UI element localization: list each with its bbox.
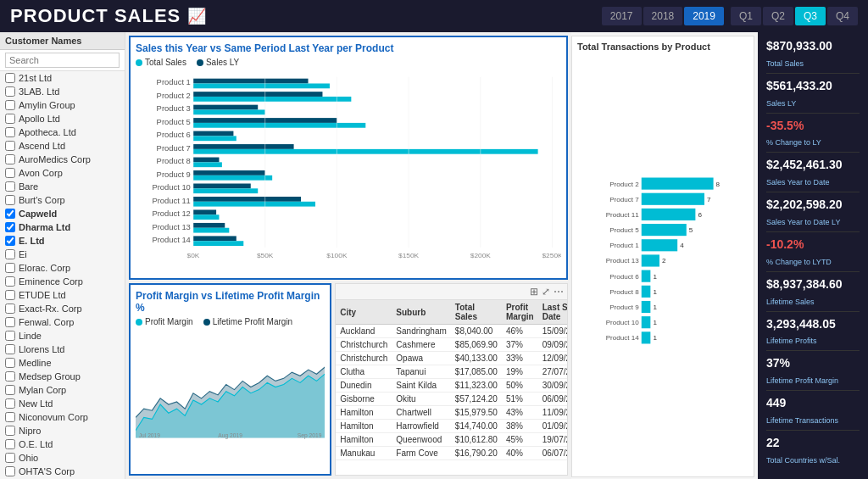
sidebar-item[interactable]: Burt's Corp bbox=[0, 193, 125, 207]
sidebar-item[interactable]: Nipro bbox=[0, 424, 125, 437]
sidebar-item[interactable]: Niconovum Corp bbox=[0, 410, 125, 424]
customer-checkbox[interactable] bbox=[5, 195, 15, 205]
table-row[interactable]: GisborneOkitu$57,124.2051%06/09/2019 bbox=[336, 393, 567, 406]
sidebar-item[interactable]: Medline bbox=[0, 356, 125, 370]
customer-checkbox[interactable] bbox=[5, 398, 15, 409]
year-btn-2019[interactable]: 2019 bbox=[684, 7, 724, 25]
sidebar-item[interactable]: Ascend Ltd bbox=[0, 139, 125, 153]
customer-checkbox[interactable] bbox=[5, 209, 15, 219]
sidebar-item[interactable]: Medsep Group bbox=[0, 370, 125, 383]
table-cell-profit_margin: 46% bbox=[502, 325, 538, 338]
svg-text:Aug 2019: Aug 2019 bbox=[218, 432, 242, 439]
svg-text:Product 7: Product 7 bbox=[157, 144, 191, 153]
customer-checkbox[interactable] bbox=[5, 412, 15, 422]
sidebar-item[interactable]: O.E. Ltd bbox=[0, 437, 125, 451]
year-btn-2017[interactable]: 2017 bbox=[602, 7, 642, 25]
expand-icon[interactable]: ⤢ bbox=[542, 286, 550, 298]
customer-checkbox[interactable] bbox=[5, 304, 15, 314]
table-row[interactable]: HamiltonHarrowfield$14,740.0038%01/09/20… bbox=[336, 420, 567, 433]
table-row[interactable]: AucklandSandringham$8,040.0046%15/09/201… bbox=[336, 325, 567, 338]
svg-text:Product 13: Product 13 bbox=[152, 223, 190, 231]
quarter-btn-Q2[interactable]: Q2 bbox=[763, 7, 793, 25]
customer-checkbox[interactable] bbox=[5, 100, 15, 110]
sidebar-item[interactable]: Ei bbox=[0, 248, 125, 261]
svg-text:Sep 2019: Sep 2019 bbox=[298, 432, 322, 439]
sidebar-item[interactable]: Mylan Corp bbox=[0, 383, 125, 397]
customer-checkbox[interactable] bbox=[5, 114, 15, 124]
sidebar-item[interactable]: Apotheca. Ltd bbox=[0, 125, 125, 139]
sidebar-item[interactable]: Bare bbox=[0, 180, 125, 193]
sidebar-item[interactable]: Avon Corp bbox=[0, 166, 125, 180]
customer-checkbox[interactable] bbox=[5, 426, 15, 436]
table-row[interactable]: CluthaTapanui$17,085.0019%27/07/2019 bbox=[336, 365, 567, 379]
sidebar-item[interactable]: New Ltd bbox=[0, 397, 125, 410]
sidebar-item[interactable]: ETUDE Ltd bbox=[0, 288, 125, 302]
customer-checkbox[interactable] bbox=[5, 466, 15, 476]
sidebar: Customer Names 21st Ltd3LAB. LtdAmylin G… bbox=[0, 32, 125, 479]
customer-checkbox[interactable] bbox=[5, 331, 15, 341]
customer-checkbox[interactable] bbox=[5, 439, 15, 449]
sidebar-item[interactable]: Dharma Ltd bbox=[0, 220, 125, 234]
table-row[interactable]: HamiltonChartwell$15,979.5043%11/09/2019 bbox=[336, 406, 567, 420]
total-sales-dot bbox=[136, 59, 142, 66]
customer-checkbox[interactable] bbox=[5, 127, 15, 137]
customer-checkbox[interactable] bbox=[5, 181, 15, 192]
table-row[interactable]: ChristchurchCashmere$85,069.9037%09/09/2… bbox=[336, 338, 567, 352]
year-btn-2018[interactable]: 2018 bbox=[643, 7, 683, 25]
metric-label-3: Sales Year to Date bbox=[766, 178, 860, 187]
svg-text:Product 9: Product 9 bbox=[609, 304, 639, 311]
table-row[interactable]: ManukauFarm Cove$16,790.2040%06/07/2019 bbox=[336, 447, 567, 460]
sidebar-item[interactable]: Exact-Rx. Corp bbox=[0, 302, 125, 315]
customer-checkbox[interactable] bbox=[5, 141, 15, 151]
sidebar-item[interactable]: Fenwal. Corp bbox=[0, 315, 125, 329]
sidebar-item[interactable]: Elorac. Corp bbox=[0, 261, 125, 275]
customer-checkbox[interactable] bbox=[5, 276, 15, 287]
more-icon[interactable]: ⋯ bbox=[554, 286, 564, 298]
customer-checkbox[interactable] bbox=[5, 222, 15, 232]
filter-icon[interactable]: ⊞ bbox=[530, 286, 538, 298]
svg-rect-34 bbox=[193, 228, 229, 233]
customer-checkbox[interactable] bbox=[5, 290, 15, 300]
lifetime-margin-dot bbox=[203, 319, 210, 326]
table-row[interactable]: HamiltonQueenwood$10,612.8045%19/07/2019 bbox=[336, 433, 567, 447]
quarter-btn-Q1[interactable]: Q1 bbox=[731, 7, 761, 25]
sidebar-item[interactable]: Eminence Corp bbox=[0, 275, 125, 288]
customer-checkbox[interactable] bbox=[5, 344, 15, 354]
customer-checkbox[interactable] bbox=[5, 385, 15, 395]
svg-text:1: 1 bbox=[653, 334, 657, 342]
customer-checkbox[interactable] bbox=[5, 73, 15, 83]
customer-checkbox[interactable] bbox=[5, 249, 15, 259]
table-cell-profit_margin: 45% bbox=[502, 433, 538, 447]
customer-checkbox[interactable] bbox=[5, 154, 15, 164]
table-row[interactable]: ChristchurchOpawa$40,133.0033%12/09/2019 bbox=[336, 352, 567, 365]
table-row[interactable]: DunedinSaint Kilda$11,323.0050%30/09/201… bbox=[336, 379, 567, 393]
table-cell-suburb: Okitu bbox=[392, 393, 450, 406]
customer-checkbox[interactable] bbox=[5, 263, 15, 273]
metric-value-8: 37% bbox=[766, 356, 860, 370]
metric-value-4: $2,202,598.20 bbox=[766, 198, 860, 212]
quarter-btn-Q3[interactable]: Q3 bbox=[795, 7, 826, 25]
customer-checkbox[interactable] bbox=[5, 317, 15, 327]
sidebar-item[interactable]: Llorens Ltd bbox=[0, 343, 125, 356]
customer-checkbox[interactable] bbox=[5, 371, 15, 382]
sidebar-item[interactable]: 21st Ltd bbox=[0, 71, 125, 85]
sidebar-item[interactable]: Amylin Group bbox=[0, 98, 125, 112]
search-input[interactable] bbox=[5, 53, 120, 68]
svg-text:Product 2: Product 2 bbox=[157, 92, 191, 100]
customer-checkbox[interactable] bbox=[5, 86, 15, 97]
sidebar-item[interactable]: Apollo Ltd bbox=[0, 112, 125, 125]
sidebar-item[interactable]: E. Ltd bbox=[0, 234, 125, 248]
sidebar-item[interactable]: AuroMedics Corp bbox=[0, 153, 125, 166]
sidebar-item[interactable]: Ohio bbox=[0, 451, 125, 465]
sidebar-item[interactable]: 3LAB. Ltd bbox=[0, 85, 125, 98]
quarter-btn-Q4[interactable]: Q4 bbox=[827, 7, 858, 25]
sidebar-item[interactable]: Capweld bbox=[0, 207, 125, 220]
sidebar-item[interactable]: Linde bbox=[0, 329, 125, 343]
customer-checkbox[interactable] bbox=[5, 358, 15, 368]
customer-checkbox[interactable] bbox=[5, 168, 15, 178]
col-profit-margin: Profit Margin bbox=[502, 300, 538, 325]
customer-checkbox[interactable] bbox=[5, 453, 15, 463]
area-chart-svg: Jul 2019Aug 2019Sep 2019 bbox=[136, 330, 325, 471]
sidebar-item[interactable]: OHTA'S Corp bbox=[0, 465, 125, 478]
customer-checkbox[interactable] bbox=[5, 236, 15, 246]
